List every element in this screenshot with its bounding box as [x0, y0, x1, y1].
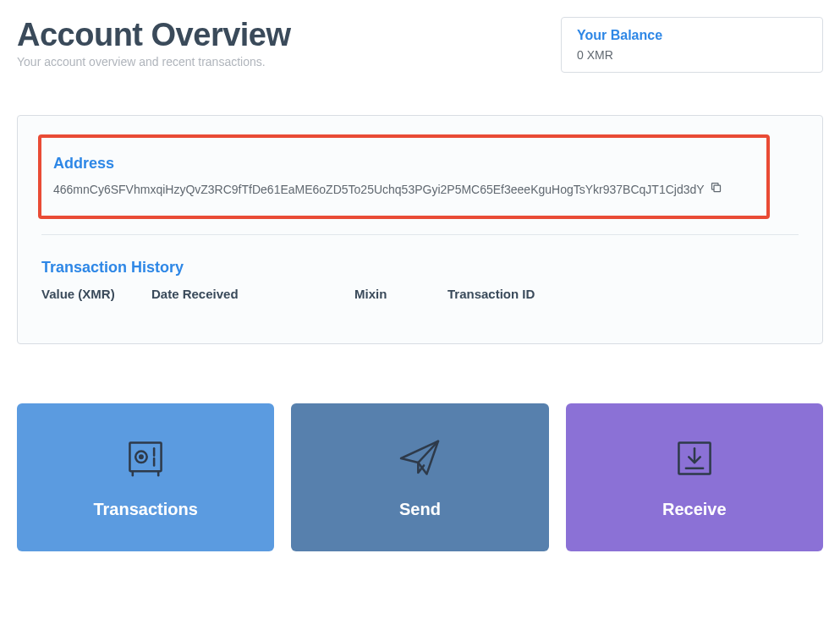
column-date: Date Received	[151, 287, 354, 301]
receive-button[interactable]: Receive	[566, 403, 823, 551]
column-value: Value (XMR)	[41, 287, 151, 301]
column-mixin: Mixin	[354, 287, 447, 301]
main-panel: Address 466mnCy6SFVhmxqiHzyQvZ3RC9fTfDe6…	[17, 115, 823, 344]
balance-value: 0 XMR	[577, 48, 807, 62]
copy-icon[interactable]	[710, 181, 722, 197]
transaction-history-label: Transaction History	[41, 259, 799, 277]
send-label: Send	[399, 500, 441, 519]
address-section: Address 466mnCy6SFVhmxqiHzyQvZ3RC9fTfDe6…	[38, 134, 770, 219]
address-value: 466mnCy6SFVhmxqiHzyQvZ3RC9fTfDe61EaME6oZ…	[53, 183, 705, 196]
divider	[41, 234, 799, 235]
download-icon	[672, 436, 717, 485]
transactions-button[interactable]: Transactions	[17, 403, 274, 551]
page-title: Account Overview	[17, 17, 291, 53]
send-button[interactable]: Send	[291, 403, 548, 551]
svg-point-5	[140, 456, 142, 458]
address-label: Address	[53, 155, 755, 173]
receive-label: Receive	[662, 500, 727, 519]
balance-card: Your Balance 0 XMR	[561, 17, 823, 73]
page-header: Account Overview Your account overview a…	[17, 17, 291, 68]
transactions-label: Transactions	[93, 500, 197, 519]
svg-rect-0	[714, 185, 721, 192]
page-subtitle: Your account overview and recent transac…	[17, 55, 291, 68]
transaction-table-header: Value (XMR) Date Received Mixin Transact…	[41, 287, 799, 301]
column-txid: Transaction ID	[447, 287, 799, 301]
balance-label: Your Balance	[577, 28, 807, 43]
paper-plane-icon	[395, 436, 444, 485]
vault-icon	[123, 436, 168, 485]
